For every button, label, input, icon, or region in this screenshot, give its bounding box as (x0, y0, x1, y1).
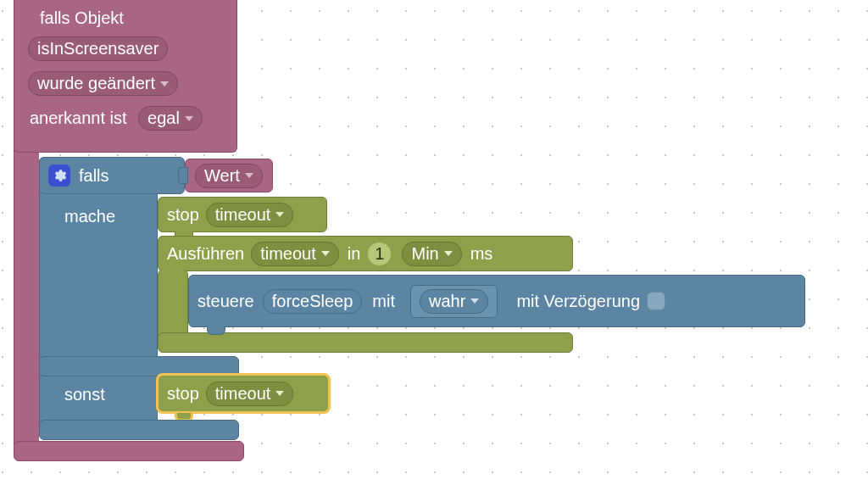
exec-name-dropdown-text: timeout (260, 244, 316, 264)
control-delay-checkbox[interactable] (647, 292, 665, 310)
exec-number-text: 1 (375, 244, 384, 264)
exec-name-dropdown[interactable]: timeout (251, 242, 339, 266)
event-change-dropdown-text: wurde geändert (37, 74, 155, 93)
stop-timeout-dropdown-text: timeout (215, 384, 271, 404)
stop-timeout-dropdown-text: timeout (215, 205, 271, 225)
event-header-label: falls Objekt (40, 8, 220, 28)
control-value-socket[interactable]: wahr (410, 285, 498, 318)
event-ack-dropdown[interactable]: egal (138, 106, 203, 131)
stop-label: stop (167, 384, 199, 404)
stop-timeout-block-selected[interactable]: stop timeout (156, 373, 331, 414)
exec-timeout-block[interactable]: Ausführen timeout in 1 Min ms (158, 236, 573, 271)
event-ack-label: anerkannt ist (30, 109, 127, 127)
control-value-dropdown-text: wahr (429, 292, 465, 311)
if-condition-dropdown-text: Wert (204, 166, 240, 186)
exec-ms-label: ms (470, 244, 493, 264)
control-block[interactable]: steuere forceSleep mit wahr mit Verzöger… (188, 275, 805, 327)
stop-timeout-dropdown[interactable]: timeout (206, 382, 294, 406)
control-delay-label: mit Verzögerung (516, 292, 640, 311)
event-object-id-text: isInScreensaver (37, 39, 159, 59)
if-mache-label: mache (64, 207, 115, 226)
stop-timeout-block[interactable]: stop timeout (158, 197, 327, 232)
exec-unit-dropdown-text: Min (411, 244, 438, 264)
if-block-foot[interactable] (39, 420, 239, 440)
stop-timeout-dropdown[interactable]: timeout (206, 203, 294, 227)
if-falls-label: falls (79, 166, 109, 186)
chevron-down-icon (470, 298, 479, 304)
event-block-foot[interactable] (14, 441, 244, 461)
chevron-down-icon (275, 391, 284, 396)
chevron-down-icon (275, 212, 284, 217)
stop-label: stop (167, 205, 199, 225)
control-object-id-field[interactable]: forceSleep (263, 289, 363, 314)
connector-notch (207, 326, 225, 335)
exec-block-foot[interactable] (158, 332, 573, 353)
exec-unit-dropdown[interactable]: Min (402, 242, 461, 266)
control-value-dropdown[interactable]: wahr (420, 289, 488, 314)
chevron-down-icon (444, 251, 453, 256)
chevron-down-icon (185, 116, 193, 121)
event-change-dropdown[interactable]: wurde geändert (28, 71, 178, 96)
control-mit-label: mit (372, 292, 395, 311)
event-ack-dropdown-text: egal (147, 109, 180, 128)
chevron-down-icon (245, 173, 253, 178)
blockly-workspace[interactable]: falls Objekt isInScreensaver wurde geänd… (0, 0, 868, 485)
connector-nub (178, 167, 188, 184)
exec-in-label: in (348, 244, 361, 264)
if-sonst-label: sonst (64, 385, 105, 404)
control-steuere-label: steuere (198, 292, 254, 311)
event-object-id-field[interactable]: isInScreensaver (28, 36, 168, 61)
chevron-down-icon (160, 81, 169, 86)
control-object-id-text: forceSleep (272, 292, 353, 311)
event-block-header[interactable]: falls Objekt isInScreensaver wurde geänd… (14, 0, 237, 153)
if-condition-value-block[interactable]: Wert (185, 159, 273, 192)
chevron-down-icon (321, 251, 330, 256)
if-block-header[interactable]: falls (39, 157, 185, 194)
exec-number-field[interactable]: 1 (367, 242, 392, 266)
exec-label: Ausführen (167, 244, 244, 264)
gear-icon[interactable] (48, 164, 70, 187)
if-condition-dropdown[interactable]: Wert (195, 164, 263, 188)
